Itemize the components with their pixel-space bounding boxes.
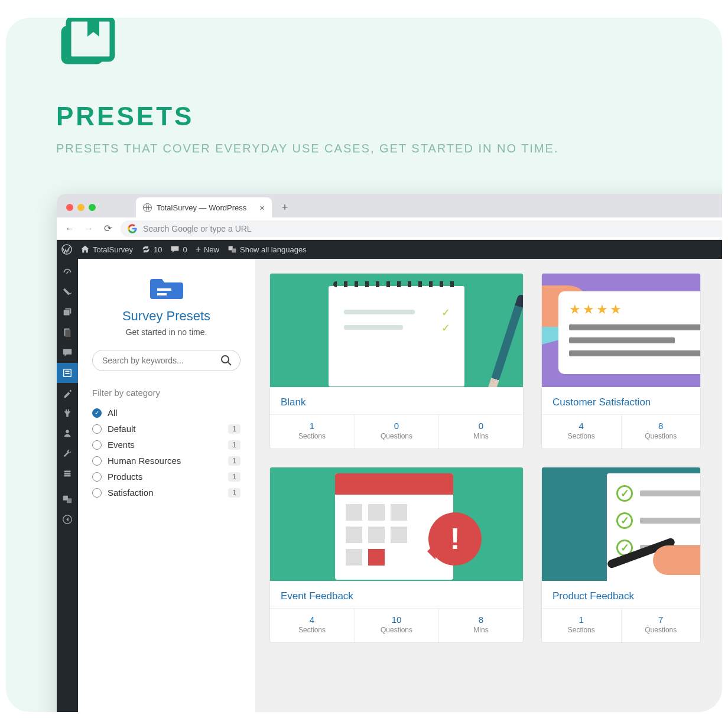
dashboard-icon[interactable] [57, 262, 78, 282]
preset-thumb: ✓✓ [270, 274, 523, 387]
category-count: 1 [228, 456, 240, 466]
category-events[interactable]: Events1 [92, 437, 240, 453]
category-count: 1 [228, 488, 240, 498]
radio-icon [92, 456, 102, 466]
pages-icon[interactable] [57, 323, 78, 343]
search-input[interactable] [92, 350, 240, 371]
presets-subtitle: Get started in no time. [92, 327, 240, 337]
svg-rect-3 [232, 248, 236, 252]
category-label: Events [108, 440, 135, 450]
tools-icon[interactable] [57, 443, 78, 463]
url-input[interactable]: Search Google or type a URL [121, 220, 722, 237]
category-count: 1 [228, 424, 240, 434]
maximize-window-icon[interactable] [89, 204, 96, 211]
forward-icon[interactable]: → [83, 223, 95, 234]
category-label: Products [108, 472, 142, 482]
preset-thumb: ★★★★ [542, 274, 700, 387]
presets-library-icon [58, 18, 117, 71]
svg-rect-18 [157, 293, 167, 295]
presets-title: Survey Presets [92, 308, 240, 324]
category-count: 1 [228, 472, 240, 482]
preset-title: Event Feedback [270, 581, 523, 608]
translate-icon[interactable] [57, 489, 78, 509]
category-human-resources[interactable]: Human Resources1 [92, 453, 240, 469]
preset-card-blank[interactable]: ✓✓ Blank 1Sections 0Questions 0Mins [269, 273, 524, 449]
category-satisfaction[interactable]: Satisfaction1 [92, 485, 240, 501]
svg-rect-13 [64, 475, 71, 477]
media-icon[interactable] [57, 303, 78, 323]
wp-admin-bar: TotalSurvey 10 0 +New Show all languages [57, 240, 722, 259]
svg-rect-15 [67, 498, 72, 503]
svg-rect-12 [64, 473, 71, 475]
preset-card-product-feedback[interactable]: Product Feedback 1Sections 7Questions [541, 467, 701, 643]
radio-icon [92, 472, 102, 482]
posts-icon[interactable] [57, 282, 78, 303]
radio-icon [92, 408, 102, 418]
search-icon [220, 355, 232, 366]
comments-link[interactable]: 0 [170, 245, 187, 254]
radio-icon [92, 488, 102, 498]
preset-card-customer-satisfaction[interactable]: ★★★★ Customer Satisfaction 4Sections 8Qu… [541, 273, 701, 449]
preset-thumb: ! [270, 467, 523, 581]
new-link[interactable]: +New [196, 244, 219, 255]
comments-icon[interactable] [57, 343, 78, 363]
category-count: 1 [228, 440, 240, 450]
category-label: Satisfaction [108, 488, 154, 498]
preset-card-event-feedback[interactable]: ! Event Feedback 4Sections 10Questions 8… [269, 467, 524, 643]
minimize-window-icon[interactable] [77, 204, 84, 211]
globe-icon [143, 203, 152, 212]
browser-window: TotalSurvey — WordPress × + ← → ⟳ Search… [57, 194, 722, 712]
radio-icon [92, 424, 102, 434]
category-label: Human Resources [108, 456, 181, 466]
svg-point-10 [66, 430, 69, 433]
settings-icon[interactable] [57, 463, 78, 483]
appearance-icon[interactable] [57, 383, 78, 403]
totalsurvey-icon[interactable] [57, 363, 78, 383]
browser-tab[interactable]: TotalSurvey — WordPress × [136, 197, 272, 217]
category-all[interactable]: All [92, 405, 240, 421]
presets-gallery: ✓✓ Blank 1Sections 0Questions 0Mins [255, 259, 722, 712]
site-link[interactable]: TotalSurvey [80, 245, 133, 254]
plugins-icon[interactable] [57, 403, 78, 423]
back-icon[interactable]: ← [64, 223, 76, 234]
presets-sidebar: Survey Presets Get started in no time. F… [78, 259, 255, 712]
preset-title: Blank [270, 387, 523, 414]
updates-link[interactable]: 10 [141, 245, 162, 254]
filter-heading: Filter by category [92, 388, 240, 398]
radio-icon [92, 440, 102, 450]
svg-rect-6 [65, 330, 70, 337]
svg-rect-8 [65, 371, 69, 372]
wp-sidebar [57, 259, 78, 712]
google-icon [128, 224, 137, 233]
collapse-icon[interactable] [57, 509, 78, 529]
svg-point-4 [65, 311, 66, 313]
preset-thumb [542, 467, 700, 581]
category-default[interactable]: Default1 [92, 421, 240, 437]
new-tab-button[interactable]: + [277, 202, 293, 214]
traffic-lights [66, 204, 96, 211]
preset-title: Product Feedback [542, 581, 700, 608]
category-label: All [108, 408, 118, 418]
browser-tabbar: TotalSurvey — WordPress × + [57, 194, 722, 217]
wp-logo-icon[interactable] [61, 244, 72, 255]
svg-point-19 [222, 356, 229, 363]
hero-subtitle: PRESETS THAT COVER EVERYDAY USE CASES, G… [56, 142, 558, 155]
close-window-icon[interactable] [66, 204, 73, 211]
tab-title: TotalSurvey — WordPress [157, 203, 246, 212]
svg-rect-9 [65, 373, 69, 374]
languages-link[interactable]: Show all languages [228, 245, 307, 254]
folder-icon [150, 275, 183, 301]
close-tab-icon[interactable]: × [259, 203, 265, 212]
url-placeholder: Search Google or type a URL [143, 224, 252, 233]
category-label: Default [108, 424, 136, 434]
svg-rect-11 [64, 471, 71, 473]
users-icon[interactable] [57, 423, 78, 443]
hero-title: PRESETS [56, 102, 194, 131]
browser-toolbar: ← → ⟳ Search Google or type a URL [57, 217, 722, 240]
category-products[interactable]: Products1 [92, 469, 240, 485]
preset-title: Customer Satisfaction [542, 387, 700, 414]
reload-icon[interactable]: ⟳ [102, 223, 113, 234]
svg-rect-17 [157, 288, 171, 291]
